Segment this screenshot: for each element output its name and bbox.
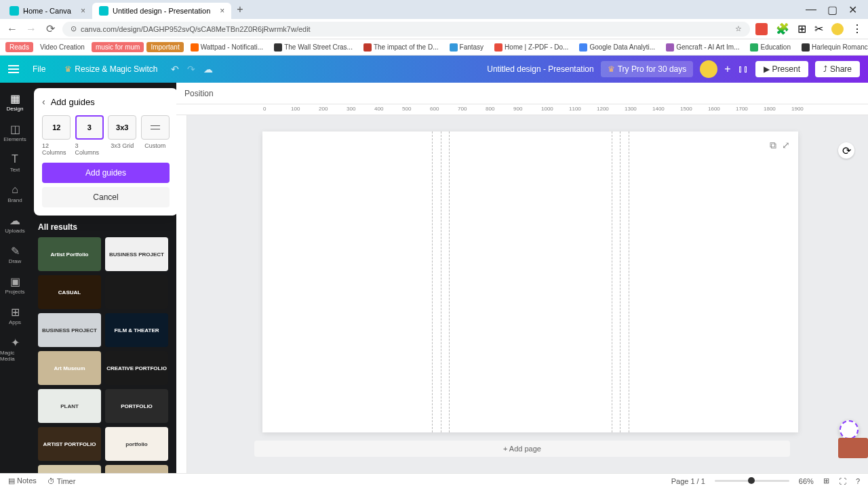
bookmark[interactable]: Gencraft - AI Art Im...: [662, 42, 743, 53]
close-icon[interactable]: ×: [81, 6, 85, 16]
corner-preview[interactable]: [838, 438, 868, 458]
timer-button[interactable]: ⏱ Timer: [47, 477, 76, 485]
bookmark[interactable]: Reads: [5, 42, 33, 52]
canvas-viewport[interactable]: ⧉ ⤢ + Add page ⟳: [176, 115, 868, 473]
zoom-slider[interactable]: [715, 480, 789, 482]
profile-icon[interactable]: [831, 23, 844, 35]
guide-line[interactable]: [612, 131, 612, 432]
document-title[interactable]: Untitled design - Presentation: [487, 64, 593, 74]
menu-icon[interactable]: [8, 65, 19, 73]
extension-icon[interactable]: [755, 23, 768, 35]
template-thumbnail[interactable]: CREATIVE Portfolio: [38, 465, 101, 473]
cloud-sync-icon[interactable]: ☁: [203, 64, 213, 75]
site-info-icon[interactable]: ⊙: [71, 24, 77, 33]
guide-line[interactable]: [441, 131, 441, 432]
guide-option-12col[interactable]: 12 12 Columns: [42, 115, 71, 156]
page-indicator[interactable]: Page 1 / 1: [671, 477, 705, 485]
template-thumbnail[interactable]: Group project: [105, 465, 168, 473]
assistant-badge[interactable]: [840, 420, 859, 439]
template-thumbnail[interactable]: ARTIST PORTFOLIO: [38, 427, 101, 461]
guide-option-3x3[interactable]: 3x3 3x3 Grid: [108, 115, 137, 156]
rail-uploads[interactable]: ☁Uploads: [0, 210, 30, 238]
zoom-thumb[interactable]: [748, 477, 755, 484]
bookmark[interactable]: Harlequin Romance:...: [797, 42, 868, 53]
rail-projects[interactable]: ▣Projects: [0, 271, 30, 299]
redo-icon[interactable]: ↷: [187, 64, 195, 75]
expand-icon[interactable]: ⤢: [782, 140, 790, 151]
guide-line[interactable]: [432, 131, 433, 432]
add-page-button[interactable]: + Add page: [254, 441, 790, 457]
add-guides-button[interactable]: Add guides: [42, 163, 170, 183]
url-input[interactable]: ⊙ canva.com/design/DAGHP952svQ/sCA8MeTBn…: [62, 22, 750, 37]
notes-button[interactable]: ▤ Notes: [8, 476, 37, 485]
back-icon[interactable]: ‹: [42, 96, 45, 107]
help-icon[interactable]: ?: [856, 477, 860, 485]
rail-text[interactable]: TText: [0, 149, 30, 177]
user-avatar[interactable]: [700, 60, 717, 78]
bookmark[interactable]: music for mum: [92, 42, 144, 52]
back-icon[interactable]: ←: [5, 23, 19, 35]
bookmark[interactable]: Education: [746, 42, 794, 53]
add-collaborator-icon[interactable]: +: [724, 63, 730, 75]
grid-view-icon[interactable]: ⊞: [823, 476, 829, 485]
guide-option-custom[interactable]: Custom: [141, 115, 170, 156]
template-thumbnail[interactable]: BUSINESS PROJECT: [38, 313, 101, 347]
extensions-icon[interactable]: 🧩: [776, 22, 789, 35]
tab-switch-icon[interactable]: ⊞: [797, 22, 806, 35]
bookmark[interactable]: The Wall Street Cras...: [270, 42, 357, 53]
present-button[interactable]: ▶ Present: [755, 61, 808, 77]
template-thumbnail[interactable]: PORTFOLIO: [105, 389, 168, 423]
cancel-button[interactable]: Cancel: [42, 187, 170, 207]
position-button[interactable]: Position: [184, 89, 214, 98]
browser-tab[interactable]: Untitled design - Presentation ×: [92, 3, 231, 19]
bookmark[interactable]: Wattpad - Notificati...: [186, 42, 267, 53]
slide[interactable]: ⧉ ⤢: [262, 131, 798, 432]
guide-line[interactable]: [620, 131, 620, 432]
template-thumbnail[interactable]: [105, 275, 168, 309]
rail-design[interactable]: ▦Design: [0, 88, 30, 116]
template-thumbnail[interactable]: Art Museum: [38, 351, 101, 385]
try-pro-button[interactable]: ♛Try Pro for 30 days: [601, 61, 694, 77]
forward-icon[interactable]: →: [24, 23, 38, 35]
template-thumbnail[interactable]: portfolio: [105, 427, 168, 461]
template-thumbnail[interactable]: FILM & THEATER: [105, 313, 168, 347]
zoom-level[interactable]: 66%: [799, 477, 814, 485]
bookmark[interactable]: Fantasy: [446, 42, 488, 53]
undo-icon[interactable]: ↶: [171, 64, 179, 75]
template-thumbnail[interactable]: Artist Portfolio: [38, 237, 101, 271]
menu-icon[interactable]: ⋮: [852, 22, 863, 35]
template-thumbnail[interactable]: CASUAL: [38, 275, 101, 309]
close-icon[interactable]: ×: [220, 6, 224, 16]
close-icon[interactable]: ✕: [848, 3, 857, 16]
bookmark[interactable]: The impact of the D...: [359, 42, 443, 53]
star-icon[interactable]: ☆: [735, 24, 742, 33]
minimize-icon[interactable]: ―: [806, 3, 816, 16]
bookmark[interactable]: Important: [146, 42, 183, 52]
maximize-icon[interactable]: ▢: [827, 3, 837, 16]
screenshot-icon[interactable]: ✂: [814, 22, 823, 35]
bookmark[interactable]: Google Data Analyti...: [575, 42, 659, 53]
resize-button[interactable]: ♛Resize & Magic Switch: [59, 62, 163, 77]
rail-brand[interactable]: ⌂Brand: [0, 180, 30, 207]
rail-draw[interactable]: ✎Draw: [0, 241, 30, 268]
template-thumbnail[interactable]: CREATIVE PORTFOLIO: [105, 351, 168, 385]
template-thumbnail[interactable]: BUSINESS PROJECT: [105, 237, 168, 271]
guide-line[interactable]: [629, 131, 629, 432]
share-button[interactable]: ⤴ Share: [815, 61, 860, 77]
analytics-icon[interactable]: ⫾⫾: [738, 63, 749, 75]
bookmark[interactable]: Home | Z-PDF - Do...: [490, 42, 572, 53]
fullscreen-icon[interactable]: ⛶: [839, 477, 846, 485]
bookmark[interactable]: Video Creation: [36, 42, 89, 52]
rail-apps[interactable]: ⊞Apps: [0, 302, 30, 329]
rail-magic-media[interactable]: ✦Magic Media: [0, 332, 30, 366]
duplicate-icon[interactable]: ⧉: [770, 140, 776, 151]
new-tab-button[interactable]: +: [237, 3, 243, 16]
reload-icon[interactable]: ⟳: [43, 22, 57, 35]
guide-line[interactable]: [449, 131, 450, 432]
template-thumbnail[interactable]: PLANT: [38, 389, 101, 423]
rail-elements[interactable]: ◫Elements: [0, 119, 30, 146]
regenerate-icon[interactable]: ⟳: [838, 142, 854, 159]
file-menu[interactable]: File: [27, 62, 51, 77]
guide-option-3col[interactable]: 3 3 Columns: [75, 115, 104, 156]
browser-tab[interactable]: Home - Canva ×: [3, 3, 92, 19]
